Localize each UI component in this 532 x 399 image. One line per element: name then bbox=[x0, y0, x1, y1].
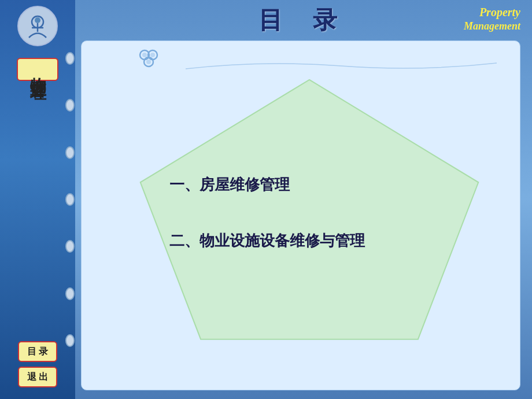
property-line1: Property bbox=[464, 5, 520, 20]
property-label: Property Management bbox=[464, 5, 520, 33]
content-card: 一、房屋维修管理 二、物业设施设备维修与管理 bbox=[81, 40, 520, 390]
logo bbox=[17, 6, 58, 46]
sidebar-title-box: 物业管理 bbox=[17, 58, 58, 81]
svg-point-7 bbox=[142, 53, 147, 57]
logo-icon bbox=[23, 12, 52, 40]
ring-5 bbox=[65, 240, 75, 253]
main-area: 目 录 Property Management bbox=[75, 0, 532, 399]
sidebar-bottom-buttons: 目 录 退 出 bbox=[18, 341, 57, 387]
menu-items-container: 一、房屋维修管理 二、物业设施设备维修与管理 bbox=[116, 58, 503, 367]
ring-6 bbox=[65, 287, 75, 300]
sidebar-title: 物业管理 bbox=[29, 65, 47, 74]
pentagon-area: 一、房屋维修管理 二、物业设施设备维修与管理 bbox=[116, 58, 503, 367]
ring-1 bbox=[65, 52, 75, 65]
property-line2: Management bbox=[464, 20, 520, 33]
svg-point-8 bbox=[150, 53, 155, 57]
header: 目 录 Property Management bbox=[75, 0, 532, 40]
ring-2 bbox=[65, 99, 75, 112]
ring-4 bbox=[65, 193, 75, 206]
ring-3 bbox=[65, 146, 75, 159]
ring-7 bbox=[65, 334, 75, 347]
exit-button[interactable]: 退 出 bbox=[18, 367, 57, 387]
item-facility-repair[interactable]: 二、物业设施设备维修与管理 bbox=[162, 227, 503, 254]
menu-button[interactable]: 目 录 bbox=[18, 341, 57, 362]
page-title: 目 录 bbox=[258, 4, 349, 36]
sidebar: 物业管理 目 录 退 出 bbox=[0, 0, 75, 399]
svg-point-1 bbox=[35, 17, 40, 23]
binder-rings bbox=[65, 0, 75, 399]
item-house-repair[interactable]: 一、房屋维修管理 bbox=[162, 171, 503, 198]
